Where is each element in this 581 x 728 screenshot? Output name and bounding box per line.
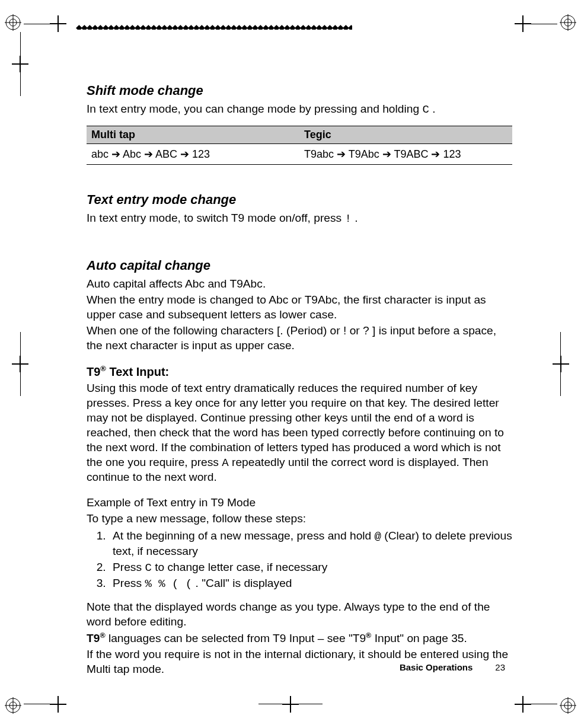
key-c: C [145,561,151,574]
text: Press [113,561,145,573]
list-item: Press C to change letter case, if necess… [109,560,512,576]
table-header-tegic: Tegic [299,126,512,143]
t9-languages: T9® languages can be selected from T9 In… [87,631,512,646]
crop-mark-icon [282,696,299,713]
text: Text Input: [106,365,169,378]
shift-mode-intro: In text entry mode, you can change mode … [87,102,512,117]
list-item: At the beginning of a new message, press… [109,529,512,559]
registered-mark: ® [366,631,371,640]
heading-text-entry-mode: Text entry mode change [87,192,512,207]
table-header-multitap: Multi tap [87,126,299,143]
text: Input" on page 35. [371,632,467,644]
auto-capital-p2: When the entry mode is changed to Abc or… [87,293,512,323]
footer-page-number: 23 [495,662,505,672]
crop-line [24,704,59,704]
text: T9abc ➔ T9Abc ➔ T9ABC ➔ 123 [304,148,461,160]
heading-shift-mode: Shift mode change [87,83,512,98]
crop-mark-icon [553,356,569,372]
shift-mode-table: Multi tap Tegic abc ➔ Abc ➔ ABC ➔ 123 T9… [87,126,512,165]
registration-mark-icon [560,697,576,714]
key-exclaim: ! [345,212,352,225]
text: At the beginning of a new message, press… [113,529,375,542]
crop-line [20,32,21,96]
key-at: @ [375,530,381,543]
text: languages can be selected from T9 Input … [106,632,366,644]
t9-example-heading: Example of Text entry in T9 Mode [87,496,512,510]
text: In text entry mode, you can change mode … [87,103,422,115]
registration-mark-icon [5,14,21,31]
table-cell-tegic: T9abc ➔ T9Abc ➔ T9ABC ➔ 123 [299,143,512,164]
key-c: C [422,103,429,116]
registered-mark: ® [100,631,105,640]
list-item: Press % % ( ( . "Call" is displayed [109,576,512,592]
crop-line [20,332,21,396]
text: to change letter case, if necessary [152,561,328,573]
text: . [429,103,436,115]
t9-description: Using this mode of text entry dramatical… [87,381,512,485]
crop-line [560,332,561,396]
text: abc ➔ Abc ➔ ABC ➔ 123 [91,148,210,160]
text: . [352,212,358,224]
t9-note: Note that the displayed words change as … [87,600,512,630]
text-entry-intro: In text entry mode, to switch T9 mode on… [87,211,512,226]
crop-line [522,704,557,704]
auto-capital-p3: When one of the following characters [. … [87,324,512,353]
crop-mark-icon [50,696,66,713]
t9-steps-list: At the beginning of a new message, press… [87,529,512,592]
crop-line [258,704,323,704]
heading-auto-capital: Auto capital change [87,258,512,273]
crop-line [522,24,557,24]
decorative-diamond-strip: ◆◆◆◆◆◆◆◆◆◆◆◆◆◆◆◆◆◆◆◆◆◆◆◆◆◆◆◆◆◆◆◆◆◆◆◆◆◆◆◆… [76,23,352,30]
crop-line [24,24,59,24]
key-sequence: % % ( ( [145,577,192,590]
text: T9 [87,632,100,644]
text: In text entry mode, to switch T9 mode on… [87,212,345,224]
registered-mark: ® [100,364,106,373]
page-footer: Basic Operations23 [400,662,505,672]
text: T9 [87,365,100,378]
registration-mark-icon [5,697,21,714]
footer-section-label: Basic Operations [400,662,473,672]
crop-mark-icon [515,696,531,713]
t9-follow-steps: To type a new message, follow these step… [87,512,512,526]
text: . "Call" is displayed [192,577,292,589]
registration-mark-icon [560,14,576,31]
page-content: Shift mode change In text entry mode, yo… [87,77,512,678]
heading-t9-input: T9® Text Input: [87,364,512,379]
table-cell-multitap: abc ➔ Abc ➔ ABC ➔ 123 [87,143,299,164]
auto-capital-p1: Auto capital affects Abc and T9Abc. [87,277,512,292]
key-a: A [222,456,228,470]
text: Press [113,577,145,589]
